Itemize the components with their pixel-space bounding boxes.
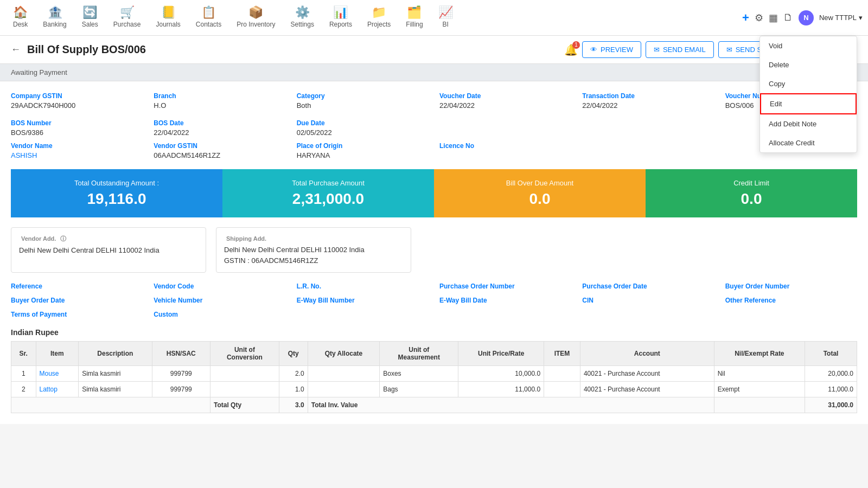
field-place-of-origin: Place of Origin HARYANA <box>297 142 429 159</box>
field-buyer-order-date: Buyer Order Date <box>11 297 143 305</box>
status-bar: Awaiting Payment <box>0 64 868 81</box>
gear-icon[interactable]: ⚙ <box>755 12 763 24</box>
nav-label-reports: Reports <box>329 21 352 28</box>
field-purchase-order-date: Purchase Order Date <box>582 282 714 291</box>
total-purchase-value: 2,31,000.0 <box>292 190 364 208</box>
shipping-address-title[interactable]: Shipping Add. <box>224 234 403 242</box>
cell-sr-1: 1 <box>11 366 36 382</box>
credit-limit-value: 0.0 <box>741 190 762 208</box>
shipping-address-box: Shipping Add. Delhi New Delhi Central DE… <box>216 227 411 273</box>
contacts-icon: 📋 <box>201 5 216 20</box>
banking-icon: 🏦 <box>48 5 62 20</box>
nav-item-settings[interactable]: ⚙️ Settings <box>283 2 322 33</box>
field-buyer-order-number: Buyer Order Number <box>725 282 857 291</box>
nav-item-pro-inventory[interactable]: 📦 Pro Inventory <box>229 2 283 33</box>
field-bos-date: BOS Date 22/04/2022 <box>154 119 285 137</box>
extra-fields-row3: Terms of Payment Custom <box>11 311 857 319</box>
settings-icon: ⚙️ <box>295 5 310 20</box>
cell-unit-conv-2 <box>210 382 279 397</box>
licence-no-label: Licence No <box>439 142 571 150</box>
bos-number-label: BOS Number <box>11 119 143 127</box>
items-table: Sr. Item Description HSN/SAC Unit ofConv… <box>11 341 857 413</box>
vendor-name-value: ASHISH <box>11 151 37 159</box>
user-name[interactable]: New TTTPL ▾ <box>819 14 863 22</box>
notification-button[interactable]: 🔔 1 <box>564 43 578 56</box>
nav-item-purchase[interactable]: 🛒 Purchase <box>106 2 149 33</box>
cell-item-1[interactable]: Mouse <box>36 366 79 382</box>
category-label: Category <box>297 92 429 100</box>
card-total-purchase: Total Purchase Amount 2,31,000.0 <box>222 169 434 217</box>
field-voucher-date: Voucher Date 22/04/2022 <box>439 92 571 110</box>
status-label: Awaiting Payment <box>11 68 67 76</box>
col-total: Total <box>805 342 857 366</box>
back-button[interactable]: ← <box>11 44 21 55</box>
transaction-date-label: Transaction Date <box>582 92 714 100</box>
address-row: Vendor Add. ⓘ Delhi New Delhi Central DE… <box>11 227 857 273</box>
purchase-order-date-label: Purchase Order Date <box>582 282 714 290</box>
nav-item-bi[interactable]: 📈 BI <box>431 2 461 33</box>
col-unit-price: Unit Price/Rate <box>458 342 544 366</box>
vendor-address-title[interactable]: Vendor Add. ⓘ <box>19 234 198 243</box>
cell-item-col-2 <box>544 382 580 397</box>
dropdown-copy[interactable]: Copy <box>760 74 857 93</box>
vendor-gstin-label: Vendor GSTIN <box>154 142 285 150</box>
dropdown-void[interactable]: Void <box>760 36 857 55</box>
cell-qty-1: 2.0 <box>279 366 308 382</box>
total-inv-value: 31,000.0 <box>805 397 857 413</box>
file-icon[interactable]: 🗋 <box>783 12 793 23</box>
voucher-number-value: BOS/006 <box>725 101 754 110</box>
send-email-button[interactable]: ✉ SEND EMAIL <box>646 41 714 58</box>
preview-icon: 👁 <box>590 46 597 54</box>
field-reference: Reference <box>11 282 143 291</box>
nav-item-projects[interactable]: 📁 Projects <box>360 2 398 33</box>
nav-item-sales[interactable]: 🔄 Sales <box>74 2 106 33</box>
dropdown-allocate-credit[interactable]: Allocate Credit <box>760 133 857 152</box>
cell-desc-2: Simla kasmiri <box>79 382 152 397</box>
nav-item-journals[interactable]: 📒 Journals <box>148 2 188 33</box>
info-icon: ⓘ <box>60 235 66 242</box>
cell-sr-2: 2 <box>11 382 36 397</box>
nav-item-contacts[interactable]: 📋 Contacts <box>188 2 229 33</box>
due-date-value: 02/05/2022 <box>297 129 332 137</box>
cell-qty-alloc-2 <box>308 382 380 397</box>
nav-item-banking[interactable]: 🏦 Banking <box>35 2 74 33</box>
nav-item-reports[interactable]: 📊 Reports <box>322 2 360 33</box>
lr-no-label: L.R. No. <box>297 282 429 290</box>
table-total-row: Total Qty 3.0 Total Inv. Value 31,000.0 <box>11 397 857 413</box>
projects-icon: 📁 <box>372 5 386 20</box>
nav-item-desk[interactable]: 🏠 Desk <box>5 2 35 33</box>
preview-button[interactable]: 👁 PREVIEW <box>582 41 641 58</box>
grid-icon[interactable]: ▦ <box>769 12 778 24</box>
nav-item-filling[interactable]: 🗂️ Filling <box>398 2 430 33</box>
custom-label: Custom <box>154 311 285 318</box>
sales-icon: 🔄 <box>82 5 97 20</box>
terms-of-payment-label: Terms of Payment <box>11 311 143 318</box>
page-title: Bill Of Supply BOS/006 <box>27 43 558 56</box>
add-icon[interactable]: + <box>742 11 749 25</box>
dropdown-delete[interactable]: Delete <box>760 55 857 74</box>
page-header: ← Bill Of Supply BOS/006 🔔 1 👁 PREVIEW ✉… <box>0 36 868 64</box>
chevron-down-icon: ▾ <box>859 14 863 22</box>
voucher-date-value: 22/04/2022 <box>439 101 475 110</box>
cell-desc-1: Simla kasmiri <box>79 366 152 382</box>
purchase-order-number-label: Purchase Order Number <box>439 282 571 290</box>
vendor-name-label: Vendor Name <box>11 142 143 150</box>
total-inv-label-cell <box>714 397 805 413</box>
cell-unit-price-2: 11,000.0 <box>458 382 544 397</box>
extra-fields-row2: Buyer Order Date Vehicle Number E-Way Bi… <box>11 297 857 305</box>
cell-unit-price-1: 10,000.0 <box>458 366 544 382</box>
card-bill-overdue: Bill Over Due Amount 0.0 <box>434 169 646 217</box>
table-header-row: Sr. Item Description HSN/SAC Unit ofConv… <box>11 342 857 366</box>
vendor-code-label: Vendor Code <box>154 282 285 290</box>
branch-label: Branch <box>154 92 285 100</box>
col-sr: Sr. <box>11 342 36 366</box>
dropdown-edit[interactable]: Edit <box>760 93 857 114</box>
cell-item-2[interactable]: Lattop <box>36 382 79 397</box>
field-branch: Branch H.O <box>154 92 285 110</box>
col-qty-allocate: Qty Allocate <box>308 342 380 366</box>
cell-unit-conv-1 <box>210 366 279 382</box>
form-grid-row1: Company GSTIN 29AADCK7940H000 Branch H.O… <box>11 92 857 110</box>
filling-icon: 🗂️ <box>407 5 422 20</box>
cell-unit-meas-1: Boxes <box>380 366 458 382</box>
dropdown-add-debit-note[interactable]: Add Debit Note <box>760 114 857 133</box>
